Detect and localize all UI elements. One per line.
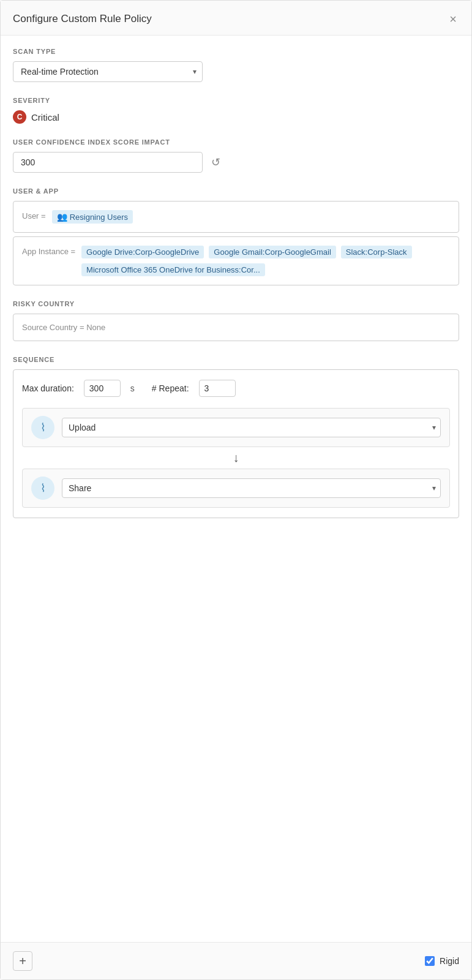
reset-score-button[interactable]: ↺ bbox=[209, 153, 223, 172]
sequence-item-1-icon-circle: ⌇ bbox=[31, 477, 54, 500]
sequence-item-0-select[interactable]: Upload Share Download Delete Move bbox=[62, 418, 441, 437]
severity-label: SEVERITY bbox=[13, 97, 459, 104]
user-filter-label: User = bbox=[22, 211, 46, 221]
rigid-row: Rigid bbox=[425, 956, 459, 966]
score-label: USER CONFIDENCE INDEX SCORE IMPACT bbox=[13, 138, 459, 146]
app-tag-3[interactable]: Microsoft Office 365 OneDrive for Busine… bbox=[81, 263, 265, 276]
sequence-box: Max duration: s # Repeat: ⌇ Upload Share bbox=[13, 369, 459, 518]
user-tag-icon: 👥 bbox=[57, 212, 67, 222]
modal-header: Configure Custom Rule Policy × bbox=[1, 1, 471, 36]
modal-container: Configure Custom Rule Policy × SCAN TYPE… bbox=[0, 0, 472, 980]
app-tag-1[interactable]: Google Gmail:Corp-GoogleGmail bbox=[209, 246, 335, 258]
scan-type-select-wrapper: Real-time Protection Scheduled Scan ▾ bbox=[13, 61, 203, 82]
sequence-item-0-select-wrapper: Upload Share Download Delete Move ▾ bbox=[62, 418, 441, 437]
user-app-label: USER & APP bbox=[13, 187, 459, 195]
modal-body: SCAN TYPE Real-time Protection Scheduled… bbox=[1, 36, 471, 942]
user-app-section: USER & APP User = 👥 Resigning Users App … bbox=[13, 187, 459, 285]
sequence-item-1: ⌇ Upload Share Download Delete Move ▾ bbox=[22, 469, 450, 508]
severity-value: Critical bbox=[31, 112, 59, 123]
user-tag[interactable]: 👥 Resigning Users bbox=[52, 210, 133, 224]
app-filter-box: App Instance = Google Drive:Corp-GoogleD… bbox=[13, 236, 459, 285]
sequence-item-1-select[interactable]: Upload Share Download Delete Move bbox=[62, 478, 441, 498]
sequence-item-0-icon-circle: ⌇ bbox=[31, 416, 54, 439]
user-filter-box: User = 👥 Resigning Users bbox=[13, 201, 459, 233]
repeat-label: # Repeat: bbox=[152, 383, 189, 393]
arrow-down-icon: ↓ bbox=[233, 451, 239, 465]
sequence-arrow-connector: ↓ bbox=[22, 447, 450, 469]
score-section: USER CONFIDENCE INDEX SCORE IMPACT ↺ bbox=[13, 138, 459, 173]
sequence-label: SEQUENCE bbox=[13, 356, 459, 363]
user-filter-row: User = 👥 Resigning Users bbox=[22, 209, 450, 225]
scan-type-label: SCAN TYPE bbox=[13, 48, 459, 55]
app-tags-container: Google Drive:Corp-GoogleDrive Google Gma… bbox=[80, 244, 450, 277]
risky-country-value: Source Country = None bbox=[22, 323, 105, 332]
modal-footer: + Rigid bbox=[1, 942, 471, 979]
severity-icon: C bbox=[13, 110, 26, 124]
scan-type-select[interactable]: Real-time Protection Scheduled Scan bbox=[13, 61, 203, 82]
rigid-label[interactable]: Rigid bbox=[440, 956, 459, 966]
scan-type-section: SCAN TYPE Real-time Protection Scheduled… bbox=[13, 48, 459, 82]
sequence-item-1-select-wrapper: Upload Share Download Delete Move ▾ bbox=[62, 478, 441, 498]
sequence-item-1-icon: ⌇ bbox=[40, 481, 46, 495]
risky-country-label: RISKY COUNTRY bbox=[13, 300, 459, 307]
max-duration-unit: s bbox=[130, 383, 135, 393]
repeat-input[interactable] bbox=[199, 380, 236, 397]
modal-title: Configure Custom Rule Policy bbox=[13, 13, 152, 25]
app-tag-0[interactable]: Google Drive:Corp-GoogleDrive bbox=[81, 246, 204, 258]
app-tag-2[interactable]: Slack:Corp-Slack bbox=[341, 246, 412, 258]
max-duration-input[interactable] bbox=[84, 380, 121, 397]
max-duration-label: Max duration: bbox=[22, 383, 74, 393]
sequence-header: Max duration: s # Repeat: bbox=[22, 380, 450, 397]
sequence-section: SEQUENCE Max duration: s # Repeat: ⌇ bbox=[13, 356, 459, 518]
severity-section: SEVERITY C Critical bbox=[13, 97, 459, 124]
score-row: ↺ bbox=[13, 152, 459, 173]
score-input[interactable] bbox=[13, 152, 203, 173]
add-button[interactable]: + bbox=[13, 951, 32, 971]
user-tag-label: Resigning Users bbox=[70, 213, 128, 222]
severity-row: C Critical bbox=[13, 110, 459, 124]
rigid-checkbox[interactable] bbox=[425, 956, 435, 966]
risky-country-section: RISKY COUNTRY Source Country = None bbox=[13, 300, 459, 341]
sequence-item-0: ⌇ Upload Share Download Delete Move ▾ bbox=[22, 408, 450, 447]
risky-country-box: Source Country = None bbox=[13, 314, 459, 341]
app-filter-label: App Instance = bbox=[22, 247, 75, 256]
app-filter-row: App Instance = Google Drive:Corp-GoogleD… bbox=[22, 244, 450, 277]
sequence-item-0-icon: ⌇ bbox=[40, 421, 46, 434]
close-button[interactable]: × bbox=[447, 12, 459, 26]
